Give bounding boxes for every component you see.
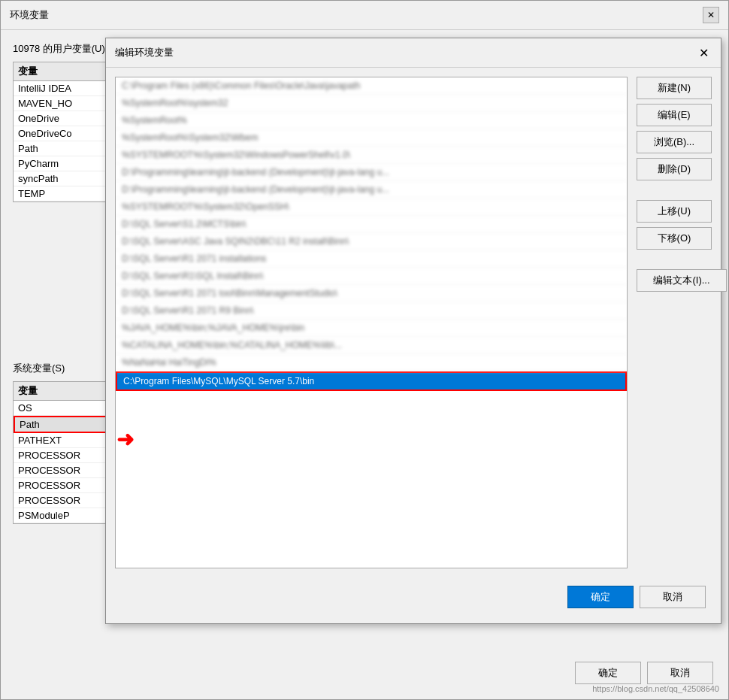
list-item[interactable]: %SYSTEMROOT%\System32\WindowsPowerShell\…	[116, 147, 627, 164]
browse-button[interactable]: 浏览(B)...	[637, 131, 712, 153]
delete-button[interactable]: 删除(D)	[637, 158, 712, 180]
bg-cancel-button[interactable]: 取消	[647, 662, 713, 684]
move-down-button[interactable]: 下移(O)	[637, 227, 712, 250]
window-controls: ✕	[703, 7, 719, 23]
mysql-path-item[interactable]: C:\Program Files\MySQL\MySQL Server 5.7\…	[116, 371, 627, 391]
bg-titlebar: 环境变量 ✕	[1, 1, 728, 30]
modal-title: 编辑环境变量	[115, 46, 174, 59]
modal-bottom-buttons: 确定 取消	[567, 586, 706, 608]
list-item[interactable]: %SystemRoot%\System32\Wbem	[116, 129, 627, 147]
bg-bottom-buttons: 确定 取消	[575, 662, 713, 684]
list-item[interactable]: %SystemRoot%	[116, 112, 627, 129]
list-item[interactable]: D:\SQL Server\ASC Java SQIN2\DBC\11 R2 i…	[116, 233, 627, 250]
list-item[interactable]: %SYSTEMROOT%\System32\OpenSSH\	[116, 198, 627, 216]
list-item[interactable]: D:\SQL Server\R1 2071 tool\Binn\Manageme…	[116, 285, 627, 302]
bg-close-button[interactable]: ✕	[703, 7, 719, 23]
modal-titlebar: 编辑环境变量 ✕	[106, 38, 721, 68]
modal-ok-button[interactable]: 确定	[567, 586, 634, 608]
edit-env-modal: 编辑环境变量 ✕ C:\Program Files (x86)\Common F…	[105, 38, 721, 624]
bg-ok-button[interactable]: 确定	[575, 662, 641, 684]
modal-close-button[interactable]: ✕	[695, 44, 712, 61]
list-item[interactable]: %JAVA_HOME%\bin;%JAVA_HOME%\jre\bin	[116, 320, 627, 337]
modal-cancel-button[interactable]: 取消	[640, 586, 706, 608]
list-item[interactable]: D:\Programming\learning\jt-backend (Deve…	[116, 181, 627, 198]
list-item[interactable]: D:\SQL Server\R1 2071 R9 Binn\	[116, 302, 627, 320]
path-list[interactable]: C:\Program Files (x86)\Common Files\Orac…	[115, 77, 628, 568]
modal-content: C:\Program Files (x86)\Common Files\Orac…	[106, 68, 721, 577]
list-item[interactable]: %SystemRoot%\system32	[116, 95, 627, 112]
list-item[interactable]: D:\SQL Server\S1.2\MCTS\bin\	[116, 216, 627, 233]
edit-text-button[interactable]: 编辑文本(I)...	[637, 269, 727, 292]
list-item[interactable]: C:\Program Files (x86)\Common Files\Orac…	[116, 77, 627, 95]
move-up-button[interactable]: 上移(U)	[637, 200, 712, 223]
list-item[interactable]: D:\SQL Server\R1\SQL Install\Binn\	[116, 268, 627, 285]
list-item[interactable]: %CATALINA_HOME%\bin;%CATALINA_HOME%\lib\…	[116, 337, 627, 354]
watermark: https://blog.csdn.net/qq_42508640	[592, 684, 719, 693]
list-item[interactable]: D:\Programming\learning\jt-backend (Deve…	[116, 164, 627, 181]
red-arrow-indicator: ➜	[116, 427, 134, 452]
list-item[interactable]: D:\SQL Server\R1 2071 installations	[116, 250, 627, 268]
edit-button[interactable]: 编辑(E)	[637, 104, 712, 126]
bg-window-title: 环境变量	[10, 8, 49, 22]
new-button[interactable]: 新建(N)	[637, 77, 712, 99]
list-item[interactable]: %NaNaHai HaiTingDi%	[116, 354, 627, 371]
modal-side-buttons: 新建(N) 编辑(E) 浏览(B)... 删除(D) 上移(U) 下移(O) 编…	[637, 77, 712, 568]
